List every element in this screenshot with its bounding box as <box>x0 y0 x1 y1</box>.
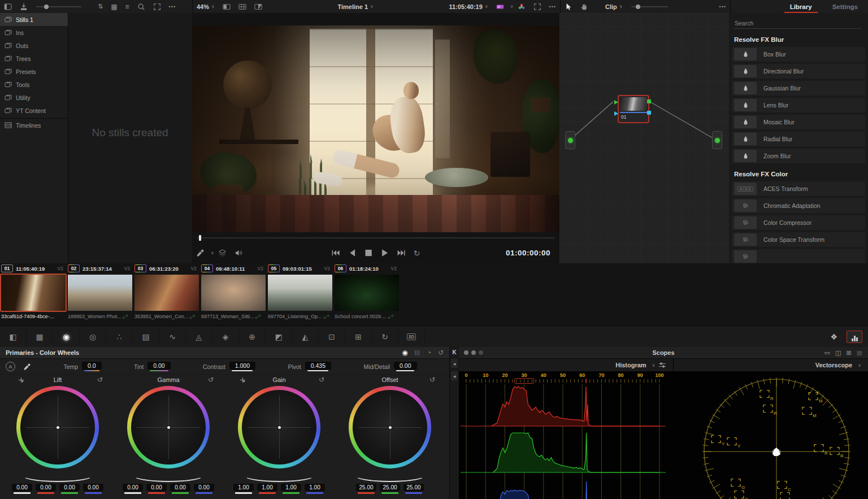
fx-item-gaussian-blur[interactable]: Gaussian Blur <box>732 81 865 96</box>
clip-name[interactable]: 189953_Women Phot... <box>68 314 134 319</box>
auto-balance-icon[interactable]: A <box>6 362 15 371</box>
reset-icon[interactable]: ↺ <box>97 376 103 384</box>
sidebar-item-yt-content[interactable]: YT Content <box>0 104 68 117</box>
fx-item-chromatic-adaptation[interactable]: Chromatic Adaptation <box>732 198 865 213</box>
wheel-value[interactable]: 1.00 <box>305 484 325 491</box>
control-value[interactable]: 0.00 <box>394 362 416 370</box>
clip-number[interactable]: 02 <box>68 264 80 272</box>
wheel-indicator[interactable] <box>278 426 281 429</box>
clip-thumbnail[interactable] <box>134 275 199 311</box>
clip-thumbnail[interactable] <box>1 275 66 311</box>
color-wheel[interactable] <box>16 386 99 468</box>
fx-item-mosaic-blur[interactable]: Mosaic Blur <box>732 115 865 129</box>
color-wheels-icon[interactable]: ◉ <box>53 329 80 344</box>
qualifier-icon[interactable]: ◬ <box>186 329 212 344</box>
wheel-value[interactable]: 0.00 <box>194 484 214 491</box>
reset-icon[interactable]: ↺ <box>208 376 214 384</box>
clip-number[interactable]: 06 <box>335 264 346 272</box>
sidebar-item-stills-1[interactable]: Stills 1 <box>0 13 68 26</box>
expand-viewer-icon[interactable] <box>530 0 545 13</box>
node-graph[interactable]: 01 <box>559 13 730 263</box>
go-to-start-icon[interactable] <box>328 249 344 257</box>
layout-dual-icon[interactable]: ◫ <box>835 349 841 357</box>
wheel-value[interactable]: 1.00 <box>281 484 301 491</box>
eyedropper-icon[interactable] <box>192 249 209 257</box>
control-value[interactable]: 1.000 <box>229 362 255 370</box>
clip-name[interactable]: 33caf61d-7409-4bce-92... <box>1 314 68 319</box>
stereo-3d-icon[interactable]: 3D <box>398 329 425 344</box>
fullscreen-icon[interactable] <box>149 0 165 13</box>
wheel-value[interactable]: 0.00 <box>123 484 143 491</box>
wheel-value[interactable]: 25.00 <box>403 484 424 491</box>
loop-icon[interactable]: ↻ <box>410 249 424 258</box>
wipe-viewer-icon[interactable] <box>250 0 266 13</box>
split-viewer-icon[interactable] <box>235 0 250 13</box>
stabilizer-icon[interactable]: ↻ <box>372 329 398 344</box>
wheel-value[interactable]: 0.00 <box>146 484 167 491</box>
more-options-icon[interactable]: ••• <box>715 0 730 13</box>
log-mode-icon[interactable]: ◔ <box>427 349 431 357</box>
sort-icon[interactable]: ⇅ <box>94 0 107 13</box>
node-rgb-output[interactable] <box>647 99 651 103</box>
collapse-panel-icon[interactable]: ◀ <box>451 371 458 380</box>
crosshair-picker-icon[interactable] <box>18 377 24 383</box>
clip-thumbnail[interactable] <box>268 275 332 311</box>
clip-dropdown[interactable]: Clip ∨ <box>601 0 627 13</box>
go-to-end-icon[interactable] <box>393 249 410 257</box>
sidebar-item-ins[interactable]: Ins <box>0 26 68 39</box>
search-icon[interactable] <box>133 0 149 13</box>
sidebar-item-utility[interactable]: Utility <box>0 91 68 104</box>
audio-mute-icon[interactable] <box>231 249 247 257</box>
wheel-value[interactable]: 25.00 <box>356 484 376 491</box>
grab-still-icon[interactable] <box>16 0 32 13</box>
master-wheel[interactable] <box>21 468 94 482</box>
control-value[interactable]: 0.0 <box>82 362 102 370</box>
stop-icon[interactable] <box>361 249 377 257</box>
sidebar-item-outs[interactable]: Outs <box>0 39 68 52</box>
clip-name[interactable]: 697704_Listening_Op... <box>268 314 335 319</box>
hand-tool-icon[interactable] <box>576 0 592 13</box>
control-value[interactable]: 0.00 <box>147 362 170 370</box>
key-icon[interactable]: ⊡ <box>319 329 345 344</box>
sidebar-item-tools[interactable]: Tools <box>0 78 68 91</box>
fx-badge-icon[interactable] <box>492 0 508 13</box>
rgb-mixer-icon[interactable]: ∴ <box>106 329 133 344</box>
viewer-zoom-dropdown[interactable]: 44% ∨ <box>193 0 219 13</box>
color-wheel[interactable] <box>349 386 431 468</box>
wheel-indicator[interactable] <box>167 426 170 429</box>
fx-item-color-compressor[interactable]: Color Compressor <box>732 215 865 230</box>
viewer-video[interactable] <box>192 25 559 232</box>
layout-single-icon[interactable]: ▭ <box>824 349 830 357</box>
clip-thumbnail[interactable] <box>335 275 399 311</box>
thumbnail-view-icon[interactable]: ▦ <box>107 0 121 13</box>
scopes-icon[interactable] <box>847 331 862 343</box>
fx-item-directional-blur[interactable]: Directional Blur <box>732 64 865 79</box>
collapse-panel-icon[interactable]: ◀ <box>451 359 458 368</box>
timecode-dropdown[interactable]: 11:05:40:19 ∨ <box>445 0 492 13</box>
tracker-icon[interactable]: ⊕ <box>239 329 266 344</box>
curves-icon[interactable]: ∿ <box>159 329 186 344</box>
node-key-input[interactable] <box>614 111 618 116</box>
camera-raw-icon[interactable]: ◧ <box>0 329 27 344</box>
clip-name[interactable]: School concert 0029.... <box>335 314 401 319</box>
step-back-icon[interactable] <box>344 249 361 257</box>
wheel-value[interactable]: 0.00 <box>170 484 190 491</box>
layout-quad-icon[interactable]: ⊞ <box>846 349 851 357</box>
reset-icon[interactable]: ↺ <box>319 376 324 384</box>
color-wheel[interactable] <box>238 386 320 468</box>
timeline-dropdown[interactable]: Timeline 1 ∨ <box>333 0 377 13</box>
wheels-mode-icon[interactable]: ◉ <box>402 349 407 357</box>
node-rgb-input[interactable] <box>614 100 618 105</box>
corrector-node[interactable]: 01 <box>618 95 649 123</box>
sidebar-item-presets[interactable]: Presets <box>0 65 68 78</box>
viewer-scrub-bar[interactable] <box>192 235 559 241</box>
source-node[interactable] <box>565 131 575 149</box>
clip-name[interactable]: 353951_Women_Con... <box>134 314 201 319</box>
clip-thumbnail[interactable] <box>68 275 132 311</box>
vectorscope-selector[interactable]: Vectorscope ∨ <box>674 359 868 371</box>
clip-number[interactable]: 03 <box>134 264 146 272</box>
fx-item-lens-blur[interactable]: Lens Blur <box>732 98 865 112</box>
power-window-icon[interactable]: ◈ <box>212 329 239 344</box>
hdr-wheels-icon[interactable]: ◎ <box>80 329 106 344</box>
node-zoom-slider[interactable] <box>631 6 669 7</box>
